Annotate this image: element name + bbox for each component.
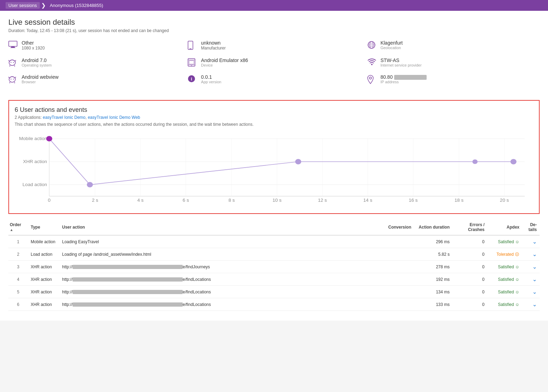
device-label: Device — [201, 63, 248, 67]
svg-text:14 s: 14 s — [363, 198, 373, 203]
td-user-action[interactable]: http://█████████████████████████████████… — [61, 298, 383, 311]
td-conversion — [383, 235, 414, 248]
svg-point-32 — [369, 77, 371, 79]
section-desc: This chart shows the sequence of user ac… — [15, 122, 533, 127]
svg-text:10 s: 10 s — [272, 198, 281, 203]
th-details: De-tails — [522, 220, 540, 235]
td-order: 4 — [8, 273, 29, 286]
os-label: Operating system — [22, 63, 52, 67]
td-details[interactable]: ⌄ — [522, 273, 540, 286]
td-order: 3 — [8, 261, 29, 273]
svg-line-24 — [9, 77, 10, 78]
phone-icon — [188, 41, 197, 52]
td-type: XHR action — [29, 261, 61, 273]
table-row: 5 XHR action http://████████████████████… — [8, 286, 540, 298]
user-action-text: Loading EasyTravel — [62, 239, 99, 244]
td-type: XHR action — [29, 273, 61, 286]
info-item-device: Android Emulator x86 Device — [188, 57, 360, 69]
actions-table: Order▲ Type User action Conversion Actio… — [8, 220, 540, 311]
chart-point-5[interactable] — [510, 159, 516, 164]
geolocation-label: Geolocation — [381, 46, 403, 50]
svg-text:XHR action: XHR action — [23, 159, 47, 164]
wifi-icon — [367, 58, 377, 67]
svg-rect-4 — [189, 48, 192, 49]
isp-label: Internet service provider — [381, 63, 422, 67]
svg-point-26 — [10, 79, 11, 79]
svg-point-13 — [10, 62, 11, 63]
td-user-action[interactable]: http://█████████████████████████████████… — [61, 273, 383, 286]
chart-point-2[interactable] — [87, 182, 93, 187]
td-details[interactable]: ⌄ — [522, 261, 540, 273]
user-actions-section: 6 User actions and events 2 Applications… — [8, 100, 540, 214]
ip-value: 80.80 ██████████ — [381, 74, 427, 80]
td-user-action[interactable]: Loading EasyTravel — [61, 235, 383, 248]
td-errors: 0 — [452, 248, 487, 261]
svg-text:12 s: 12 s — [318, 198, 327, 203]
svg-rect-3 — [188, 41, 193, 49]
td-action-duration: 134 ms — [414, 286, 452, 298]
info-item-isp: STW-AS Internet service provider — [367, 57, 540, 69]
svg-text:i: i — [191, 76, 193, 82]
td-apdex: Satisfied ☺ — [487, 273, 522, 286]
info-item-ip: 80.80 ██████████ IP address — [367, 74, 540, 86]
chart-point-1[interactable] — [46, 136, 52, 141]
browser-label: Browser — [22, 80, 59, 84]
table-section: Order▲ Type User action Conversion Actio… — [8, 220, 540, 314]
svg-text:Mobile action: Mobile action — [19, 136, 47, 141]
td-user-action[interactable]: http://█████████████████████████████████… — [61, 261, 383, 273]
td-errors: 0 — [452, 273, 487, 286]
android-webview-icon — [8, 75, 18, 85]
svg-line-25 — [15, 77, 16, 78]
info-item-geolocation: Klagenfurt Geolocation — [367, 40, 540, 52]
td-type: Load action — [29, 248, 61, 261]
app-link-1[interactable]: easyTravel Ionic Demo — [43, 115, 85, 120]
svg-text:Load action: Load action — [23, 182, 47, 187]
breadcrumb-separator: ❯ — [41, 2, 46, 9]
td-details[interactable]: ⌄ — [522, 298, 540, 311]
td-action-duration: 133 ms — [414, 298, 452, 311]
th-user-action: User action — [61, 220, 383, 235]
td-apdex: Satisfied ☺ — [487, 286, 522, 298]
table-row: 1 Mobile action Loading EasyTravel 296 m… — [8, 235, 540, 248]
table-row: 3 XHR action http://████████████████████… — [8, 261, 540, 273]
svg-rect-2 — [10, 47, 15, 48]
th-apdex: Apdex — [487, 220, 522, 235]
page-title: Live session details — [8, 18, 540, 27]
chart-point-3[interactable] — [295, 159, 301, 164]
td-user-action[interactable]: http://█████████████████████████████████… — [61, 286, 383, 298]
td-action-duration: 192 ms — [414, 273, 452, 286]
app-link-2[interactable]: easyTravel Ionic Demo Web — [88, 115, 140, 120]
td-action-duration: 5.82 s — [414, 248, 452, 261]
manufacturer-detail: Manufacturer — [201, 46, 226, 51]
svg-rect-0 — [9, 41, 17, 46]
table-row: 6 XHR action http://████████████████████… — [8, 298, 540, 311]
td-apdex: Tolerated ☹ — [487, 248, 522, 261]
td-apdex: Satisfied ☺ — [487, 261, 522, 273]
ip-label: IP address — [381, 80, 427, 84]
svg-text:4 s: 4 s — [137, 198, 144, 203]
breadcrumb-parent[interactable]: User sessions — [6, 2, 40, 9]
td-errors: 0 — [452, 286, 487, 298]
svg-text:8 s: 8 s — [228, 198, 235, 203]
td-action-duration: 278 ms — [414, 261, 452, 273]
td-user-action[interactable]: Loading of page /android_asset/www/index… — [61, 248, 383, 261]
info-circle-icon: i — [188, 75, 197, 85]
td-order: 5 — [8, 286, 29, 298]
screen-resolution: 1080 x 1920 — [22, 46, 45, 51]
chart-svg: Mobile action XHR action Load action 0 2… — [15, 131, 533, 208]
chart-container: Mobile action XHR action Load action 0 2… — [15, 131, 533, 208]
page-subtitle: Duration: Today, 12:45 - 13:08 (21 s), u… — [8, 28, 540, 33]
os-value: Android 7.0 — [22, 57, 52, 63]
android-icon — [8, 58, 18, 69]
svg-point-22 — [371, 64, 373, 65]
td-order: 6 — [8, 298, 29, 311]
info-item-browser: Android webview Browser — [8, 74, 181, 86]
info-item-screen: Other 1080 x 1920 — [8, 40, 181, 52]
svg-point-20 — [191, 66, 192, 66]
manufacturer-value: unknown — [201, 40, 226, 46]
td-details[interactable]: ⌄ — [522, 248, 540, 261]
td-details[interactable]: ⌄ — [522, 235, 540, 248]
svg-text:16 s: 16 s — [409, 198, 418, 203]
chart-point-4[interactable] — [472, 159, 478, 164]
td-details[interactable]: ⌄ — [522, 286, 540, 298]
